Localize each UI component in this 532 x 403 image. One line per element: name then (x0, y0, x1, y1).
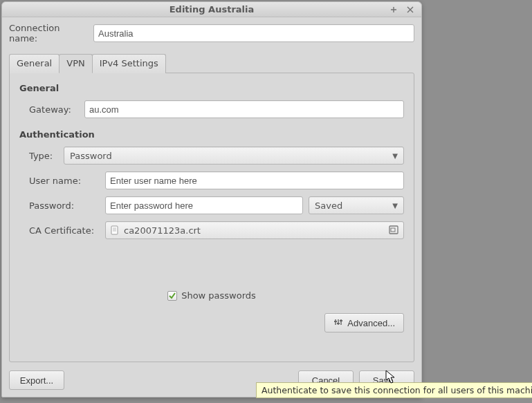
folder-open-icon (388, 225, 399, 236)
ca-cert-picker[interactable]: ca20071123a.crt (105, 221, 404, 239)
titlebar: Editing Australia (2, 2, 421, 17)
svg-rect-2 (391, 228, 395, 232)
svg-rect-6 (334, 321, 337, 322)
ca-cert-filename: ca20071123a.crt (124, 225, 201, 236)
password-label: Password: (29, 200, 105, 211)
tab-bar: General VPN IPv4 Settings (9, 53, 414, 73)
type-value: Password (70, 151, 112, 161)
tab-vpn[interactable]: VPN (59, 54, 92, 73)
export-button[interactable]: Export... (9, 371, 64, 390)
password-store-select[interactable]: Saved ▼ (309, 196, 404, 214)
show-passwords-label: Show passwords (181, 290, 256, 301)
window-title: Editing Australia (2, 4, 421, 15)
window-close-icon[interactable] (405, 4, 416, 15)
type-select[interactable]: Password ▼ (64, 147, 404, 165)
connection-name-label: Connection name: (9, 23, 89, 44)
username-input[interactable] (105, 171, 404, 189)
username-label: User name: (29, 176, 105, 186)
advanced-button[interactable]: Advanced... (324, 313, 404, 332)
show-passwords-checkbox[interactable] (167, 291, 177, 301)
type-label: Type: (29, 151, 64, 161)
file-icon (110, 225, 120, 235)
tab-ipv4[interactable]: IPv4 Settings (92, 54, 166, 73)
window-maximize-icon[interactable] (388, 4, 399, 15)
svg-rect-0 (111, 226, 118, 234)
svg-rect-8 (340, 320, 342, 321)
password-store-value: Saved (315, 200, 342, 211)
ca-cert-label: CA Certificate: (29, 225, 105, 236)
section-general-title: General (19, 83, 404, 93)
connection-name-input[interactable] (93, 24, 414, 42)
password-input[interactable] (105, 196, 303, 214)
chevron-down-icon: ▼ (392, 152, 398, 160)
gateway-label: Gateway: (29, 104, 84, 115)
chevron-down-icon: ▼ (392, 202, 398, 209)
tab-general[interactable]: General (9, 54, 59, 73)
editing-connection-dialog: Editing Australia Connection name: Gener… (1, 1, 422, 397)
settings-icon (333, 317, 343, 329)
gateway-input[interactable] (84, 100, 404, 118)
tab-pane-vpn: General Gateway: Authentication Type: Pa… (9, 73, 414, 362)
show-passwords-row[interactable]: Show passwords (19, 290, 404, 301)
svg-rect-7 (337, 323, 340, 324)
section-auth-title: Authentication (19, 129, 404, 140)
save-tooltip: Authenticate to save this connection for… (256, 382, 532, 398)
